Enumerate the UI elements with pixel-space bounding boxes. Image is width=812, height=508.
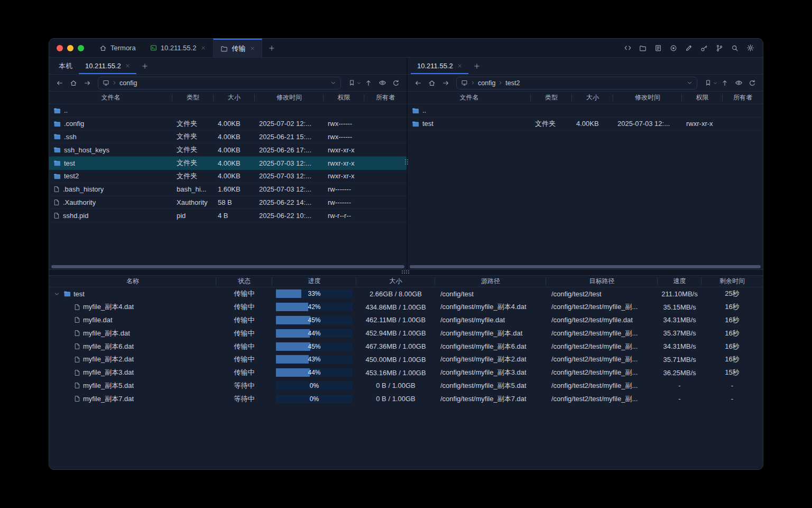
column-header-name[interactable]: 文件名 [408,92,531,104]
file-mtime [255,104,324,117]
file-row[interactable]: .. [408,104,763,117]
column-header-type[interactable]: 类型 [172,92,214,104]
tab-transfer[interactable]: 传输 [213,39,262,57]
transfer-row[interactable]: myfile_副本7.dat等待中0%0 B / 1.00GB/config/t… [49,392,763,405]
column-header-name[interactable]: 名称 [49,276,216,287]
path-breadcrumb[interactable]: config [98,77,341,89]
close-window-button[interactable] [57,45,63,51]
transfer-row[interactable]: myfile_副本6.dat传输中45%467.36MB / 1.00GB/co… [49,340,763,353]
file-row[interactable]: test2文件夹4.00KB2025-07-03 12:...rwxr-xr-x [49,170,407,183]
path-dropdown-icon[interactable] [330,80,336,86]
file-row[interactable]: .bash_historybash_hi...1.60KB2025-07-03 … [49,183,407,196]
back-button[interactable] [412,77,425,89]
horizontal-scrollbar[interactable] [49,264,407,269]
column-header-size[interactable]: 大小 [572,92,613,104]
add-panel-tab-button[interactable] [136,58,153,74]
transfer-name: myfile_副本3.dat [83,368,134,377]
code-icon[interactable] [622,43,633,53]
transfer-row[interactable]: myfile_副本.dat传输中44%452.94MB / 1.00GB/con… [49,326,763,340]
column-header-type[interactable]: 类型 [531,92,572,104]
zoom-window-button[interactable] [78,45,84,51]
column-header-mtime[interactable]: 修改时间 [255,92,324,104]
expand-chevron-icon[interactable] [52,291,61,297]
transfer-splitter[interactable] [49,269,763,276]
close-icon[interactable] [250,46,255,51]
branch-icon[interactable] [714,43,725,53]
session-log-icon[interactable] [653,43,663,53]
file-icon [74,316,80,323]
transfer-progress-cell: 0% [272,392,356,405]
tab-termora[interactable]: Termora [93,39,143,57]
transfer-row[interactable]: test传输中33%2.66GB / 8.00GB/config/test/co… [49,287,763,301]
transfer-row[interactable]: myfile.dat传输中45%462.11MB / 1.00GB/config… [49,314,763,327]
file-row[interactable]: .config文件夹4.00KB2025-07-02 12:...rwx----… [49,117,407,131]
column-header-speed[interactable]: 速度 [658,276,702,287]
bookmark-icon[interactable] [345,77,358,89]
bookmark-dropdown-icon[interactable] [357,81,361,85]
breadcrumb-segment[interactable]: config [478,79,495,87]
home-button[interactable] [67,77,80,89]
edit-icon[interactable] [684,43,694,53]
upload-button[interactable] [718,77,731,89]
column-header-name[interactable]: 文件名 [49,92,172,104]
add-panel-tab-button[interactable] [468,58,485,74]
file-row[interactable]: ssh_host_keys文件夹4.00KB2025-06-26 17:...r… [49,143,407,157]
panel-tab[interactable]: 10.211.55.2 [79,58,136,74]
show-hidden-files-button[interactable] [376,77,389,89]
new-tab-button[interactable] [262,39,281,57]
path-dropdown-icon[interactable] [687,80,693,86]
column-header-progress[interactable]: 进度 [272,276,356,287]
column-header-owner[interactable]: 所有者 [723,92,763,104]
close-icon[interactable] [201,46,206,50]
file-name: .config [64,120,84,128]
forward-button[interactable] [439,77,452,89]
panel-tab[interactable]: 本机 [52,58,79,74]
key-icon[interactable] [699,43,709,53]
panel-tab[interactable]: 10.211.55.2 [411,58,468,74]
back-button[interactable] [53,77,66,89]
transfer-row[interactable]: myfile_副本4.dat传输中42%434.86MB / 1.00GB/co… [49,301,763,314]
file-row[interactable]: test文件夹4.00KB2025-07-03 12:...rwxr-xr-x [49,157,407,170]
breadcrumb-segment[interactable]: config [119,79,137,87]
transfer-row[interactable]: myfile_副本2.dat传输中43%450.00MB / 1.00GB/co… [49,353,763,366]
scrollbar-thumb[interactable] [51,265,404,268]
column-header-owner[interactable]: 所有者 [364,92,407,104]
refresh-button[interactable] [390,77,402,89]
column-header-mtime[interactable]: 修改时间 [613,92,682,104]
column-header-perm[interactable]: 权限 [324,92,364,104]
upload-button[interactable] [362,77,375,89]
scrollbar-thumb[interactable] [410,265,761,268]
column-header-eta[interactable]: 剩余时间 [702,276,763,287]
close-icon[interactable] [457,64,462,68]
refresh-button[interactable] [746,77,759,89]
bookmark-icon[interactable] [702,77,714,89]
show-hidden-files-button[interactable] [732,77,745,89]
column-header-perm[interactable]: 权限 [682,92,723,104]
minimize-window-button[interactable] [67,45,73,51]
file-row[interactable]: .. [49,104,407,117]
file-row[interactable]: .ssh文件夹4.00KB2025-06-21 15:...rwx------ [49,131,407,144]
close-icon[interactable] [125,64,130,68]
folder-icon[interactable] [638,43,648,53]
horizontal-scrollbar[interactable] [408,264,763,269]
bookmark-dropdown-icon[interactable] [713,81,717,85]
file-row[interactable]: sshd.pidpid4 B2025-06-22 10:...rw-r--r-- [49,209,407,222]
transfer-row[interactable]: myfile_副本5.dat等待中0%0 B / 1.00GB/config/t… [49,379,763,393]
file-row[interactable]: test文件夹4.00KB2025-07-03 12:...rwxr-xr-x [408,117,763,131]
forward-button[interactable] [81,77,94,89]
record-icon[interactable] [668,43,679,53]
settings-icon[interactable] [745,43,755,53]
search-icon[interactable] [730,43,740,53]
transfer-row[interactable]: myfile_副本3.dat传输中44%453.16MB / 1.00GB/co… [49,366,763,379]
home-button[interactable] [426,77,438,89]
column-header-status[interactable]: 状态 [216,276,272,287]
path-breadcrumb[interactable]: configtest2 [456,77,697,89]
file-row[interactable]: .XauthorityXauthority58 B2025-06-22 14:.… [49,196,407,210]
column-header-size[interactable]: 大小 [214,92,255,104]
tab-host-session[interactable]: 10.211.55.2 [143,39,214,57]
panel-splitter[interactable] [407,58,408,269]
column-header-size[interactable]: 大小 [356,276,435,287]
column-header-source[interactable]: 源路径 [435,276,546,287]
column-header-target[interactable]: 目标路径 [546,276,658,287]
breadcrumb-segment[interactable]: test2 [505,79,520,87]
